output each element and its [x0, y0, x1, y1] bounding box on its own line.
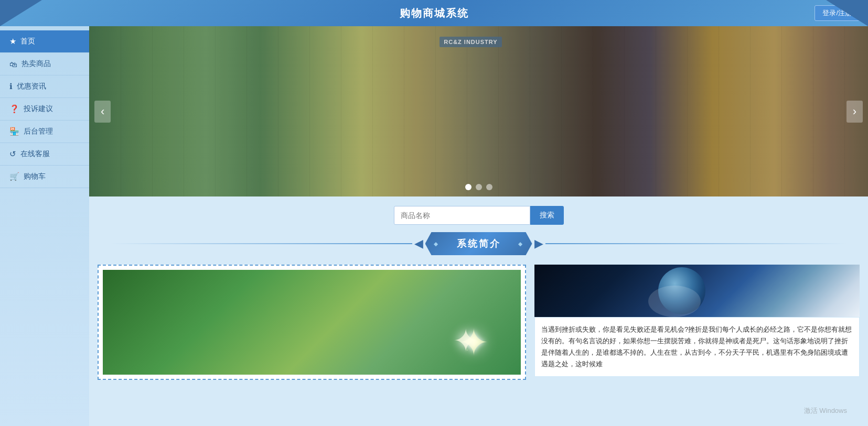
- backend-icon: 🏪: [9, 127, 19, 136]
- carousel-dot-1[interactable]: [465, 184, 471, 190]
- sidebar-item-service[interactable]: ↺ 在线客服: [0, 143, 89, 166]
- sidebar-item-complaint[interactable]: ❓ 投诉建议: [0, 98, 89, 121]
- banner-line-right: [545, 243, 848, 244]
- search-button[interactable]: 搜索: [530, 206, 564, 225]
- banner-arrow-left: ◀: [414, 237, 423, 250]
- carousel-next-button[interactable]: ›: [846, 101, 863, 123]
- home-icon: ★: [9, 37, 16, 46]
- search-input[interactable]: [394, 206, 530, 225]
- bottom-right-text: 当遇到挫折或失败，你是看见失败还是看见机会?挫折是我们每个人成长的必经之路，它不…: [534, 317, 860, 377]
- hot-goods-icon: 🛍: [9, 60, 17, 69]
- sidebar-item-cart[interactable]: 🛒 购物车: [0, 166, 89, 188]
- sidebar-item-discount[interactable]: ℹ 优惠资讯: [0, 75, 89, 98]
- sidebar-label-service: 在线客服: [20, 149, 50, 159]
- complaint-icon: ❓: [9, 104, 19, 114]
- login-register-button[interactable]: 登录/注册: [815, 5, 860, 21]
- sidebar-label-hot-goods: 热卖商品: [22, 59, 51, 69]
- sidebar-label-home: 首页: [20, 37, 35, 46]
- header-title: 购物商城系统: [400, 6, 469, 20]
- main-layout: ★ 首页 🛍 热卖商品 ℹ 优惠资讯 ❓ 投诉建议 🏪 后台管理 ↺ 在线客服 …: [0, 26, 868, 426]
- banner-arrow-right: ▶: [534, 237, 543, 250]
- watermark: 激活 Windows: [804, 406, 847, 416]
- carousel-dot-2[interactable]: [476, 184, 482, 190]
- header: 购物商城系统 登录/注册: [0, 0, 868, 26]
- carousel: RC&Z INDUSTRY ‹ ›: [89, 26, 868, 196]
- carousel-dot-3[interactable]: [486, 184, 492, 190]
- section-banner: ◀ 系统简介 ▶: [110, 232, 847, 255]
- bottom-right-panel: 当遇到挫折或失败，你是看见失败还是看见机会?挫折是我们每个人成长的必经之路，它不…: [534, 265, 860, 380]
- content-area: RC&Z INDUSTRY ‹ › 搜索 ◀ 系统简介 ▶: [89, 26, 868, 426]
- service-icon: ↺: [9, 149, 16, 159]
- sidebar: ★ 首页 🛍 热卖商品 ℹ 优惠资讯 ❓ 投诉建议 🏪 后台管理 ↺ 在线客服 …: [0, 26, 89, 426]
- sidebar-item-home[interactable]: ★ 首页: [0, 30, 89, 53]
- carousel-dots: [465, 184, 492, 190]
- sidebar-label-cart: 购物车: [24, 172, 46, 181]
- sidebar-label-backend: 后台管理: [24, 127, 53, 136]
- bottom-section: ✦ · 当遇到挫折或失败，你是看见失败还是看见机会?挫折是我们每个人成长的必经之…: [89, 265, 868, 388]
- discount-icon: ℹ: [9, 82, 13, 91]
- section-title: 系统简介: [425, 232, 532, 255]
- cart-icon: 🛒: [9, 172, 19, 181]
- sidebar-item-backend[interactable]: 🏪 后台管理: [0, 121, 89, 143]
- carousel-prev-button[interactable]: ‹: [94, 101, 111, 123]
- bottom-right-image: [534, 265, 860, 317]
- bottom-left-panel: ✦ ·: [98, 265, 526, 380]
- banner-line-left: [110, 243, 412, 244]
- bottom-left-image: ✦ ·: [103, 270, 521, 375]
- sidebar-item-hot-goods[interactable]: 🛍 热卖商品: [0, 53, 89, 75]
- bottom-text-content: 当遇到挫折或失败，你是看见失败还是看见机会?挫折是我们每个人成长的必经之路，它不…: [541, 325, 852, 368]
- sidebar-label-complaint: 投诉建议: [24, 104, 53, 114]
- carousel-image: RC&Z INDUSTRY: [89, 26, 868, 196]
- search-bar: 搜索: [89, 206, 868, 225]
- sidebar-label-discount: 优惠资讯: [17, 82, 46, 91]
